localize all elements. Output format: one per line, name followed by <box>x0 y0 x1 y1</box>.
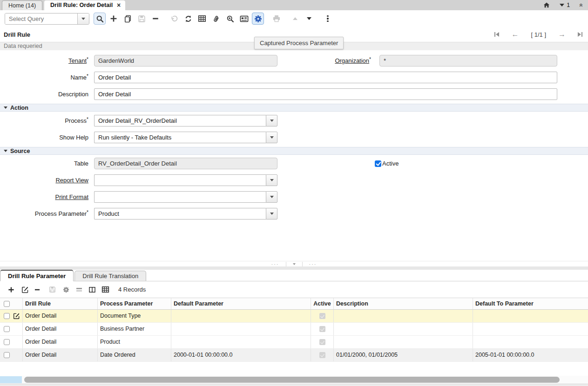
close-tab-icon[interactable]: × <box>117 3 121 7</box>
plus-icon <box>8 286 14 293</box>
main-toolbar: Captured Process Parameter <box>0 10 588 27</box>
report-view-dropdown-button[interactable] <box>266 174 277 186</box>
process-parameter-combobox <box>94 208 277 220</box>
print-format-field[interactable] <box>94 191 266 203</box>
table-row[interactable]: Order Detail Date Ordered 2000-01-01 00:… <box>0 349 588 362</box>
open-windows-selector[interactable]: 1 <box>560 2 570 8</box>
detail-record-button[interactable] <box>303 13 315 25</box>
refresh-button[interactable] <box>182 13 194 25</box>
splitter-grip[interactable]: ··· <box>303 262 324 266</box>
detail-toggle-panel-button[interactable] <box>87 284 98 295</box>
tab-drill-rule[interactable]: Drill Rule: Order Detail × <box>44 0 125 11</box>
row-checkbox[interactable] <box>4 326 10 332</box>
next-record-button[interactable]: → <box>558 31 566 38</box>
process-parameter-field[interactable] <box>94 208 266 220</box>
table-row[interactable]: Order Detail Product <box>0 336 588 349</box>
detail-grid: Drill Rule Process Parameter Default Par… <box>0 298 588 362</box>
find-record-button[interactable] <box>94 13 106 25</box>
row-checkbox[interactable] <box>4 339 10 345</box>
column-header[interactable]: Drill Rule <box>23 298 98 309</box>
print-button[interactable] <box>270 13 283 25</box>
print-format-combobox <box>94 191 277 203</box>
active-checkbox[interactable] <box>375 160 381 167</box>
detail-delete-button[interactable] <box>32 284 43 295</box>
print-format-dropdown-button[interactable] <box>266 191 277 203</box>
panel-splitter[interactable]: ··· ··· <box>0 261 588 266</box>
new-record-button[interactable] <box>108 13 120 25</box>
collapse-header-icon[interactable]: « <box>578 3 585 7</box>
column-header[interactable]: Default To Parameter <box>473 298 588 309</box>
source-section-header[interactable]: Source <box>0 147 588 155</box>
edit-row-icon[interactable] <box>13 313 20 319</box>
delete-record-button[interactable] <box>149 13 162 25</box>
more-actions-button[interactable] <box>322 13 334 25</box>
grid-toggle-button[interactable] <box>196 13 208 25</box>
source-section-title: Source <box>10 148 30 154</box>
column-header[interactable]: Process Parameter <box>98 298 171 309</box>
previous-record-button[interactable]: ← <box>511 31 519 38</box>
print-format-label[interactable]: Print Format <box>0 193 91 200</box>
process-button[interactable] <box>252 13 264 25</box>
report-view-field[interactable] <box>94 174 266 186</box>
table-row[interactable]: Order Detail Business Partner <box>0 323 588 336</box>
row-checkbox[interactable] <box>4 313 10 319</box>
column-header[interactable]: Active <box>311 298 334 309</box>
grid-icon <box>198 14 206 23</box>
parent-record-button[interactable] <box>289 13 301 25</box>
tenant-label[interactable]: Tenant* <box>0 57 91 64</box>
cell-description: 01/01/2000, 01/01/2005 <box>334 349 473 361</box>
action-section-header[interactable]: Action <box>0 104 588 112</box>
tab-drill-rule-parameter[interactable]: Drill Rule Parameter <box>0 270 74 281</box>
required-mark: * <box>87 73 88 79</box>
column-header[interactable]: Description <box>334 298 473 309</box>
table-row[interactable]: Order Detail Document Type <box>0 310 588 323</box>
show-help-dropdown-button[interactable] <box>266 132 277 143</box>
chevron-down-icon <box>560 4 564 7</box>
process-dropdown-button[interactable] <box>266 115 277 126</box>
last-record-button[interactable] <box>578 32 582 37</box>
select-query-dropdown-button[interactable] <box>77 13 89 24</box>
first-record-button[interactable] <box>494 32 499 37</box>
detail-grid-view-button[interactable] <box>100 284 111 295</box>
splitter-grip[interactable]: ··· <box>265 262 286 266</box>
show-help-label: Show Help <box>0 134 91 141</box>
record-pager: ← [ 1/1 ] → <box>494 31 582 38</box>
description-row: Description <box>0 88 588 100</box>
detail-quick-entry-button[interactable] <box>74 284 85 295</box>
open-windows-count: 1 <box>567 2 570 8</box>
chevron-down-icon <box>81 18 85 20</box>
undo-button[interactable] <box>168 13 180 25</box>
detail-save-button[interactable] <box>47 284 58 295</box>
home-icon[interactable] <box>543 2 550 8</box>
detail-new-button[interactable] <box>6 284 17 295</box>
process-parameter-dropdown-button[interactable] <box>266 208 277 220</box>
table-field[interactable] <box>94 158 277 169</box>
chevron-down-icon <box>270 196 274 198</box>
description-field[interactable] <box>94 88 557 100</box>
tenant-field[interactable] <box>94 55 277 67</box>
select-query-input[interactable] <box>5 13 77 24</box>
triangle-up-icon <box>293 17 297 20</box>
detail-process-button[interactable] <box>61 284 72 295</box>
zoom-across-button[interactable] <box>224 13 236 25</box>
process-field[interactable] <box>94 115 266 126</box>
splitter-collapse-button[interactable] <box>286 262 303 266</box>
tab-home[interactable]: Home (14) <box>2 0 42 11</box>
select-all-checkbox[interactable] <box>4 301 10 307</box>
report-view-label[interactable]: Report View <box>0 177 91 184</box>
scrollbar-thumb[interactable] <box>24 377 560 383</box>
show-help-field[interactable] <box>94 132 266 143</box>
copy-record-button[interactable] <box>122 13 134 25</box>
record-info-button[interactable] <box>238 13 250 25</box>
organization-field[interactable] <box>379 55 557 67</box>
attachment-button[interactable] <box>210 13 222 25</box>
name-field[interactable] <box>94 72 557 83</box>
organization-label[interactable]: Organization* <box>277 57 371 64</box>
column-header[interactable]: Default Parameter <box>171 298 311 309</box>
tab-drill-rule-translation[interactable]: Drill Rule Translation <box>74 271 146 281</box>
detail-edit-button[interactable] <box>20 284 31 295</box>
save-button[interactable] <box>135 13 148 25</box>
record-count: 4 Records <box>118 286 146 293</box>
row-checkbox[interactable] <box>4 352 10 358</box>
splitter-gap <box>0 266 588 270</box>
